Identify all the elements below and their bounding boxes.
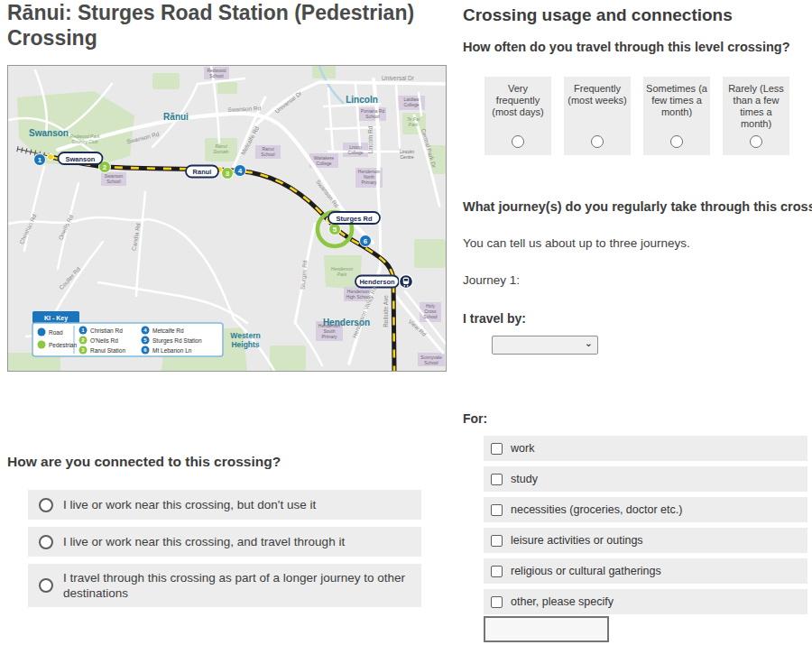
key-ranui-station: Ranui Station — [90, 347, 125, 354]
purpose-label: study — [511, 473, 538, 485]
frequency-option-rarely[interactable]: Rarely (Less than a few times a month) — [723, 77, 789, 155]
connection-option-near-dont-use[interactable]: I live or work near this crossing, but d… — [28, 490, 421, 520]
checkbox[interactable] — [491, 474, 503, 485]
key-oneils-rd: O'Neils Rd — [90, 337, 118, 344]
svg-text:School: School — [423, 314, 437, 319]
connection-option-near-travel-through[interactable]: I live or work near this crossing, and t… — [28, 527, 421, 557]
checkbox[interactable] — [491, 504, 503, 516]
radio-button[interactable] — [512, 135, 524, 148]
frequency-options: Very frequently (most days) Frequently (… — [484, 77, 789, 155]
purpose-label: leisure activities or outings — [511, 534, 643, 547]
journey-1-label: Journey 1: — [463, 273, 520, 287]
checkbox[interactable] — [491, 596, 503, 608]
radio-button[interactable] — [750, 135, 762, 148]
frequency-option-sometimes[interactable]: Sometimes (a few times a month) — [643, 77, 710, 155]
frequency-option-label: Sometimes (a few times a month) — [646, 83, 707, 118]
connection-options: I live or work near this crossing, but d… — [28, 490, 421, 614]
radio-button[interactable] — [591, 135, 604, 148]
svg-text:Park: Park — [337, 272, 347, 277]
frequency-option-very-frequently[interactable]: Very frequently (most days) — [484, 77, 551, 155]
key-pedestrian-dot — [38, 341, 46, 349]
svg-text:Centre: Centre — [400, 154, 413, 160]
frequency-question: How often do you travel through this lev… — [463, 40, 790, 54]
checkbox[interactable] — [491, 535, 503, 547]
travel-mode-select[interactable] — [492, 336, 598, 355]
key-mt-lebanon-ln: Mt Lebanon Ln — [152, 347, 192, 354]
purpose-row-study[interactable]: study — [484, 466, 807, 492]
purpose-label: work — [511, 442, 534, 455]
connection-option-label: I live or work near this crossing, and t… — [63, 530, 345, 554]
travel-mode-select-wrap: ⌄ — [492, 336, 598, 355]
connection-option-longer-journey[interactable]: I travel through this crossing as part o… — [28, 564, 421, 607]
key-road-label: Road — [49, 329, 63, 336]
station-ranui: Ranui — [193, 168, 212, 176]
crossing-location-map: 1 2 3 4 5 6 Swanson Ranui Sturges Rd Hen… — [7, 65, 447, 372]
purpose-row-other[interactable]: other, please specify — [484, 589, 807, 614]
key-road-dot — [38, 328, 46, 336]
svg-text:Park: Park — [409, 122, 419, 127]
marker-3-label: 3 — [226, 170, 230, 178]
radio-button[interactable] — [670, 135, 683, 148]
frequency-option-label: Rarely (Less than a few times a month) — [725, 83, 787, 130]
purpose-label: necessities (groceries, doctor etc.) — [511, 503, 682, 516]
frequency-option-label: Very frequently (most days) — [487, 83, 549, 118]
for-label: For: — [463, 411, 487, 426]
svg-text:Heights: Heights — [231, 340, 259, 349]
svg-text:Primary: Primary — [321, 334, 337, 339]
road-lincoln-rd: Lincoln Rd — [367, 125, 374, 153]
svg-text:School: School — [209, 73, 223, 78]
marker-5-label: 5 — [333, 226, 337, 234]
train-icon — [400, 275, 413, 289]
purpose-row-leisure[interactable]: leisure activities or outings — [484, 528, 807, 553]
travel-by-label: I travel by: — [463, 311, 526, 326]
svg-text:School: School — [365, 114, 379, 119]
key-sturges-rd-station: Sturges Rd Station — [152, 337, 202, 345]
svg-text:School: School — [106, 179, 120, 184]
key-title: Kī - Key — [44, 315, 68, 322]
connection-question: How are you connected to this crossing? — [7, 454, 281, 470]
svg-text:High School: High School — [346, 294, 371, 299]
station-henderson: Henderson — [359, 278, 395, 286]
area-swanson: Swanson — [29, 128, 69, 138]
radio-button[interactable] — [39, 578, 53, 593]
checkbox[interactable] — [491, 566, 503, 577]
svg-text:Domain: Domain — [213, 149, 228, 154]
page-title: Rānui: Sturges Road Station (Pedestrian)… — [7, 0, 460, 51]
marker-4-label: 4 — [238, 167, 243, 175]
svg-text:School: School — [261, 152, 274, 157]
area-western-heights: Western — [230, 331, 260, 340]
checkbox[interactable] — [491, 443, 503, 455]
connection-option-label: I travel through this crossing as part o… — [63, 566, 411, 605]
station-sturges-rd: Sturges Rd — [336, 215, 372, 223]
purpose-row-necessities[interactable]: necessities (groceries, doctor etc.) — [484, 497, 807, 522]
purpose-label: religious or cultural gatherings — [511, 565, 661, 577]
area-lincoln: Lincoln — [346, 95, 378, 105]
svg-text:College: College — [317, 161, 332, 166]
journey-question: What journey(s) do you regularly take th… — [463, 199, 812, 214]
key-pedestrian-label: Pedestrian — [49, 342, 77, 348]
journey-purpose-list: work study necessities (groceries, docto… — [484, 436, 807, 620]
purpose-label: other, please specify — [511, 595, 614, 608]
frequency-option-label: Frequently (most weeks) — [567, 83, 628, 106]
marker-1-label: 1 — [38, 156, 42, 164]
journey-hint: You can tell us about up to three journe… — [463, 236, 690, 250]
svg-text:College: College — [348, 150, 364, 155]
radio-button[interactable] — [39, 535, 53, 549]
frequency-option-frequently[interactable]: Frequently (most weeks) — [564, 77, 631, 155]
area-ranui: Rānui — [163, 112, 189, 122]
key-christian-rd: Christian Rd — [90, 327, 123, 334]
svg-text:Universal Dr: Universal Dr — [382, 75, 415, 81]
marker-6-label: 6 — [364, 237, 368, 245]
section-heading: Crossing usage and connections — [463, 5, 733, 25]
station-swanson: Swanson — [66, 155, 96, 163]
svg-text:School: School — [424, 360, 438, 365]
purpose-row-work[interactable]: work — [484, 436, 807, 461]
svg-text:College: College — [404, 102, 420, 107]
key-metcalfe-rd: Metcalfe Rd — [152, 327, 184, 334]
other-specify-input[interactable] — [484, 616, 609, 642]
radio-button[interactable] — [39, 498, 53, 512]
purpose-row-religious[interactable]: religious or cultural gatherings — [484, 558, 807, 584]
svg-text:Primary: Primary — [361, 180, 377, 185]
marker-2-label: 2 — [103, 163, 107, 171]
map-svg: 1 2 3 4 5 6 Swanson Ranui Sturges Rd Hen… — [8, 66, 446, 371]
